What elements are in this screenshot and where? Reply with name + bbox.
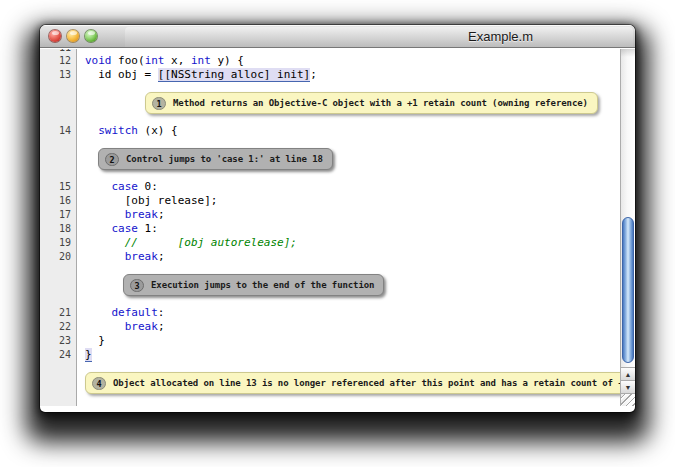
code-segment-keyword: break <box>125 250 158 263</box>
code-segment-plain: ; <box>310 68 317 81</box>
code-segment-plain: ; <box>158 320 165 333</box>
zoom-button[interactable] <box>85 30 97 42</box>
code-segment-plain: 0: <box>138 180 158 193</box>
code-segment-plain: (x) { <box>138 124 178 137</box>
code-row: 14 switch (x) { <box>40 124 620 138</box>
example-m-window: Example.m 1112void foo(int x, int y) {13… <box>40 25 635 412</box>
code-row: 12void foo(int x, int y) { <box>40 54 620 68</box>
code-segment-plain: [obj release]; <box>85 194 217 207</box>
code-segment-plain <box>85 320 125 333</box>
close-button[interactable] <box>49 30 61 42</box>
code-segment-plain: ; <box>158 208 165 221</box>
code-segment-keyword: case <box>112 222 139 235</box>
code-row: 20 break; <box>40 250 620 264</box>
line-number: 24 <box>40 348 77 362</box>
analyzer-report-content: 1112void foo(int x, int y) {13 id obj = … <box>40 49 635 406</box>
code-segment-plain: } <box>85 334 105 347</box>
code-segment-keyword: void <box>85 54 112 67</box>
screenshot-stage: Example.m 1112void foo(int x, int y) {13… <box>0 0 675 467</box>
code-line: [obj release]; <box>77 194 620 208</box>
window-title: Example.m <box>468 29 533 44</box>
code-line: switch (x) { <box>77 124 620 138</box>
bubble-row: 4Object allocated on line 13 is no longe… <box>40 362 620 404</box>
code-line: } <box>77 334 620 348</box>
code-segment-plain <box>85 306 112 319</box>
code-segment-keyword: break <box>125 208 158 221</box>
line-number: 19 <box>40 236 77 250</box>
line-number: 22 <box>40 320 77 334</box>
line-number: 20 <box>40 250 77 264</box>
code-segment-plain: 1: <box>138 222 158 235</box>
code-segment-plain: y) { <box>211 54 244 67</box>
scroll-down-button[interactable]: ▼ <box>621 380 635 393</box>
window-titlebar[interactable]: Example.m <box>40 25 635 48</box>
resize-grip-icon[interactable] <box>621 393 635 406</box>
bubble-cell: 3Execution jumps to the end of the funct… <box>77 264 620 306</box>
code-segment-plain <box>85 180 112 193</box>
code-row: 16 [obj release]; <box>40 194 620 208</box>
bubble-row: 2Control jumps to 'case 1:' at line 18 <box>40 138 620 180</box>
scrollbar-track[interactable] <box>621 49 635 57</box>
bubble-text: Method returns an Objective-C object wit… <box>173 98 588 108</box>
code-segment-plain: id obj = <box>85 68 158 81</box>
code-segment-keyword: switch <box>98 124 138 137</box>
code-segment-plain <box>85 222 112 235</box>
code-line: void foo(int x, int y) { <box>77 54 620 68</box>
bubble-text: Control jumps to 'case 1:' at line 18 <box>126 154 323 164</box>
code-line: // [obj autorelease]; <box>77 236 620 250</box>
code-row: 21 default: <box>40 306 620 320</box>
code-line: id obj = [[NSString alloc] init]; <box>77 68 620 82</box>
vertical-scrollbar[interactable]: ▲ ▼ <box>620 49 635 406</box>
code-segment-range: [[NSString alloc] init] <box>158 68 310 82</box>
analyzer-bubble-1: 1Method returns an Objective-C object wi… <box>145 92 598 114</box>
code-rows: 1112void foo(int x, int y) {13 id obj = … <box>40 49 620 406</box>
code-row: 18 case 1: <box>40 222 620 236</box>
code-row: 17 break; <box>40 208 620 222</box>
line-number <box>40 264 77 306</box>
titlebar-inset <box>125 27 633 47</box>
bubble-cell: 2Control jumps to 'case 1:' at line 18 <box>77 138 620 180</box>
path-index-badge: 3 <box>130 279 144 292</box>
analyzer-bubble-4: 4Object allocated on line 13 is no longe… <box>85 372 620 394</box>
code-segment-plain: x, <box>165 54 192 67</box>
code-row: 19 // [obj autorelease]; <box>40 236 620 250</box>
analyzer-bubble-2: 2Control jumps to 'case 1:' at line 18 <box>98 148 333 170</box>
code-segment-plain <box>85 250 125 263</box>
code-segment-plain <box>85 124 98 137</box>
code-line: break; <box>77 320 620 334</box>
line-number: 17 <box>40 208 77 222</box>
code-line: break; <box>77 208 620 222</box>
code-segment-plain <box>85 208 125 221</box>
line-number: 21 <box>40 306 77 320</box>
code-row: 15 case 0: <box>40 180 620 194</box>
code-segment-keyword: case <box>112 180 139 193</box>
code-segment-plain: : <box>158 306 165 319</box>
line-number: 13 <box>40 68 77 82</box>
line-number: 15 <box>40 180 77 194</box>
line-number <box>40 82 77 124</box>
bubble-row: 1Method returns an Objective-C object wi… <box>40 82 620 124</box>
scrollbar-thumb[interactable] <box>622 217 634 363</box>
code-segment-keyword: int <box>191 54 211 67</box>
code-segment-comment: // [obj autorelease]; <box>125 236 297 249</box>
line-number: 18 <box>40 222 77 236</box>
scroll-up-button[interactable]: ▲ <box>621 367 635 380</box>
code-segment-keyword: break <box>125 320 158 333</box>
bubble-cell: 4Object allocated on line 13 is no longe… <box>77 362 620 404</box>
minimize-button[interactable] <box>67 30 79 42</box>
line-number: 12 <box>40 54 77 68</box>
code-area-filler <box>77 404 620 406</box>
code-segment-plain <box>85 236 125 249</box>
path-index-badge: 4 <box>92 377 106 390</box>
bubble-text: Object allocated on line 13 is no longer… <box>113 378 620 388</box>
code-segment-keyword: default <box>112 306 158 319</box>
code-line: case 0: <box>77 180 620 194</box>
code-segment-range: } <box>85 348 92 362</box>
analyzer-bubble-3: 3Execution jumps to the end of the funct… <box>123 274 384 296</box>
bubble-text: Execution jumps to the end of the functi… <box>151 280 374 290</box>
code-segment-plain: foo( <box>112 54 145 67</box>
bubble-cell: 1Method returns an Objective-C object wi… <box>77 82 620 124</box>
filler-row <box>40 404 620 406</box>
path-index-badge: 1 <box>152 97 166 110</box>
code-segment-plain: ; <box>158 250 165 263</box>
